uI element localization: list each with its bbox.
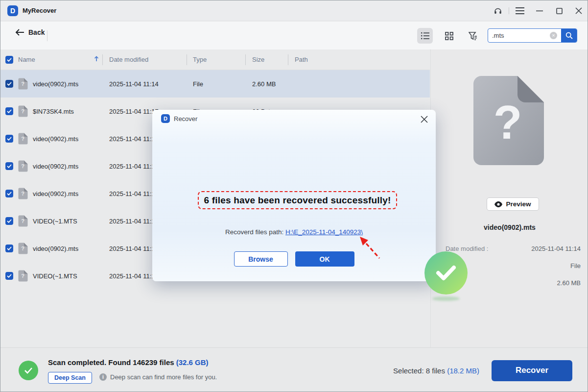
dialog-title: Recover [174, 115, 197, 122]
toolbar: Back × [0, 22, 588, 49]
row-checkbox[interactable] [5, 217, 13, 225]
select-all-checkbox[interactable] [5, 56, 13, 64]
search-button[interactable] [561, 28, 577, 43]
file-name: video(0902).mts [33, 190, 78, 197]
eye-icon [494, 201, 502, 207]
browse-button[interactable]: Browse [234, 251, 288, 267]
titlebar-divider [509, 7, 509, 14]
ok-button[interactable]: OK [295, 251, 354, 267]
toolbar-divider [47, 30, 47, 41]
row-checkbox[interactable] [5, 80, 13, 88]
title-bar: D MyRecover [0, 0, 588, 21]
header-divider [187, 54, 187, 65]
header-date[interactable]: Date modified [109, 56, 193, 63]
file-date: 2025-11-04 11:14 [109, 80, 193, 88]
file-name: video(0902).mts [33, 163, 78, 170]
preview-filename: video(0902).mts [431, 223, 588, 231]
back-label: Back [28, 28, 45, 36]
row-checkbox[interactable] [5, 162, 13, 170]
grid-view-button[interactable] [441, 28, 457, 44]
success-message: 6 files have been recovered successfully… [204, 195, 391, 206]
svg-text:?: ? [21, 218, 24, 224]
recover-button[interactable]: Recover [492, 360, 572, 381]
check-shadow [432, 296, 460, 301]
menu-hamburger-icon[interactable] [510, 0, 530, 21]
svg-text:?: ? [21, 81, 24, 87]
row-checkbox[interactable] [5, 272, 13, 280]
file-name: video(0902).mts [33, 245, 78, 252]
dialog-header: D Recover [152, 110, 436, 127]
selected-summary: Selected: 8 files (18.2 MB) [393, 367, 479, 375]
header-divider [288, 54, 288, 65]
footer-bar: Scan completed. Found 146239 files (32.6… [0, 347, 588, 392]
file-name: video(0902).mts [33, 80, 78, 88]
svg-text:?: ? [21, 136, 24, 142]
success-message-box: 6 files have been recovered successfully… [198, 191, 397, 209]
svg-text:?: ? [494, 96, 522, 148]
file-name: VIDEO(~1.MTS [33, 272, 77, 280]
row-checkbox[interactable] [5, 245, 13, 252]
dialog-logo-icon: D [161, 114, 170, 123]
svg-text:?: ? [21, 273, 24, 279]
preview-panel: ? Preview video(0902).mts Date modified … [430, 49, 588, 347]
app-title: MyRecover [23, 7, 56, 14]
unknown-file-preview-icon: ? [472, 75, 545, 168]
preview-button-label: Preview [506, 200, 531, 208]
search-input[interactable] [488, 32, 550, 39]
file-name: video(0902).mts [33, 135, 78, 143]
selected-size: (18.2 MB) [447, 367, 479, 375]
file-icon: ? [18, 188, 28, 199]
file-icon: ? [18, 105, 28, 117]
header-type[interactable]: Type [193, 56, 252, 63]
file-icon: ? [18, 270, 28, 282]
recovered-path-link[interactable]: H:\E_2025-11-04_140923\ [285, 228, 363, 236]
scan-size: (32.6 GB) [176, 358, 209, 367]
table-header: Name Date modified Type Size Path [0, 49, 430, 70]
file-size: 2.60 MB [252, 80, 295, 88]
row-checkbox[interactable] [5, 135, 13, 143]
app-logo-icon: D [7, 5, 18, 16]
scan-status: Scan completed. Found 146239 files (32.6… [48, 358, 209, 367]
scan-complete-check-icon [19, 361, 38, 380]
table-row[interactable]: ?video(0902).mts 2025-11-04 11:14 File 2… [0, 70, 430, 98]
deep-scan-button[interactable]: Deep Scan [48, 372, 92, 384]
row-checkbox[interactable] [5, 107, 13, 115]
file-name: VIDEO(~1.MTS [33, 218, 77, 225]
svg-text:?: ? [21, 163, 24, 169]
file-icon: ? [18, 78, 28, 90]
file-name: $IN73SK4.mts [33, 108, 74, 115]
back-button[interactable]: Back [15, 28, 45, 36]
file-type: File [193, 80, 252, 88]
header-divider [102, 54, 103, 65]
preview-button[interactable]: Preview [487, 197, 539, 211]
file-icon: ? [18, 133, 28, 145]
file-icon: ? [18, 160, 28, 172]
header-divider [245, 54, 246, 65]
close-button[interactable] [569, 0, 588, 21]
search-box: × [488, 28, 577, 43]
svg-text:?: ? [21, 191, 24, 196]
header-path[interactable]: Path [295, 56, 430, 63]
svg-text:?: ? [21, 245, 24, 251]
sort-asc-icon[interactable] [94, 56, 99, 63]
row-checkbox[interactable] [5, 190, 13, 197]
file-icon: ? [18, 243, 28, 254]
detail-date-modified: Date modified : 2025-11-04 11:14 [446, 245, 581, 252]
recover-dialog: D Recover 6 files have been recovered su… [152, 110, 436, 281]
list-view-button[interactable] [417, 28, 433, 44]
file-icon: ? [18, 215, 28, 227]
search-clear-icon[interactable]: × [550, 32, 557, 39]
minimize-button[interactable] [530, 0, 549, 21]
support-headset-icon[interactable] [488, 0, 508, 21]
deep-scan-hint: i Deep scan can find more files for you. [99, 373, 217, 381]
recovered-path-line: Recoverd files path: H:\E_2025-11-04_140… [152, 228, 436, 236]
svg-text:?: ? [21, 108, 24, 114]
filter-button[interactable] [465, 28, 481, 44]
myrecover-window: D MyRecover Back [0, 0, 588, 392]
header-name[interactable]: Name [18, 56, 35, 63]
dialog-close-icon[interactable] [419, 114, 429, 124]
maximize-button[interactable] [549, 0, 569, 21]
info-icon: i [99, 373, 107, 381]
